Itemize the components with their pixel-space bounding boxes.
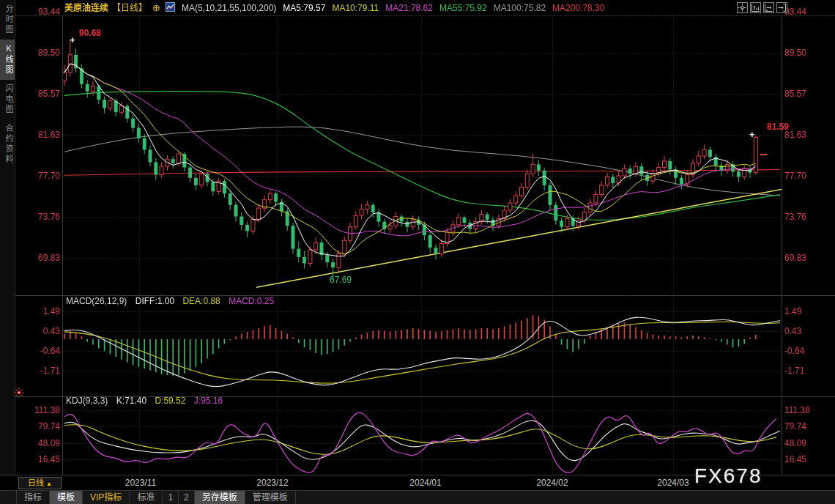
macd-dea-value: DEA:0.88 [182,296,220,306]
tab-templates[interactable]: 模板 [50,491,83,504]
tab-slot-1[interactable]: 1 [163,491,179,504]
ma10-value: MA10:79.11 [332,2,379,14]
axis-price-label: 89.50 [18,48,60,57]
axis-price-label: 69.83 [784,253,831,262]
axis-price-label: -0.64 [784,346,831,355]
axis-price-label: -1.71 [784,366,831,375]
kdj-d-value: D:59.52 [155,396,185,406]
date-tick: 2024/02 [536,478,568,488]
axis-price-label: 16.45 [784,455,831,464]
tab-manage-templates[interactable]: 管理模板 [245,491,296,504]
axis-price-label: 48.09 [18,439,60,448]
ma-settings-label: MA(5,10,21,55,100,200) [182,2,276,14]
watermark-logo: FX678 [694,464,762,488]
axis-price-label: 16.45 [18,455,60,464]
axis-price-label: 0.43 [18,327,60,336]
add-indicator-icon[interactable]: ⊕ [152,2,160,14]
arrow-up-icon: ▲ [46,481,52,487]
macd-hist-value: MACD:0.25 [229,296,274,306]
period-selector[interactable]: 日线 ▲ [18,477,62,489]
axis-price-label: 93.44 [784,7,831,16]
axis-price-label: 48.09 [784,439,831,448]
high-cross-marker: + [70,34,75,45]
axis-price-label: 73.76 [18,212,60,221]
date-tick: 2023/12 [256,478,288,488]
axis-price-label: 77.70 [18,171,60,180]
axis-price-label: 93.44 [18,7,60,16]
kdj-k-value: K:71.40 [116,396,146,406]
tab-slot-2[interactable]: 2 [179,491,195,504]
sidebar-item-lightning-chart[interactable]: 闪电图 [0,80,15,119]
mini-chart-icon[interactable] [166,2,175,15]
axis-scale-up-icon[interactable] [750,2,761,13]
macd-header[interactable]: MACD(26,12,9) DIFF:1.00 DEA:0.88 MACD:0.… [66,296,280,306]
tab-vip-indicators[interactable]: VIP指标 [83,491,130,504]
axis-price-label: 111.38 [18,406,60,415]
axis-price-label: 1.49 [18,307,60,316]
axis-price-label: 81.63 [18,130,60,139]
axis-price-label: 111.38 [784,406,831,415]
chart-tool-icons [737,2,787,13]
axis-price-label: 73.76 [784,212,831,221]
last-cross-marker: + [749,129,755,140]
period-tag[interactable]: 【日线】 [112,2,147,14]
bottom-toolbar: 指标 模板 VIP指标 标准 1 2 另存模板 管理模板 [0,490,835,504]
axis-price-label: 89.50 [784,48,831,57]
candlestick-chart-canvas[interactable] [0,0,835,504]
axis-price-label: 0.43 [784,327,831,336]
axis-price-label: 77.70 [784,171,831,180]
axis-price-label: 79.74 [18,422,60,431]
ma5-value: MA5:79.57 [283,2,325,14]
axis-price-label: 1.49 [784,307,831,316]
date-tick: 2024/03 [657,478,689,488]
axis-price-label: 85.57 [784,89,831,98]
kdj-j-value: J:95.16 [194,396,223,406]
axis-price-label: 81.63 [784,130,831,139]
alert-flash-icon [14,388,24,401]
sidebar-item-kline-chart[interactable]: K线图 [0,40,15,80]
chart-header: 美原油连续 【日线】 ⊕ MA(5,10,21,55,100,200) MA5:… [64,2,604,14]
tab-indicators[interactable]: 指标 [16,491,50,504]
detach-window-icon[interactable] [776,2,787,13]
axis-price-label: 69.83 [18,253,60,262]
axis-price-label: 85.57 [18,89,60,98]
macd-diff-value: DIFF:1.00 [136,296,174,306]
symbol-name: 美原油连续 [64,2,108,14]
last-price-label: 81.59 [767,122,789,132]
left-sidebar: 分时图 K线图 闪电图 合约资料 [0,0,15,475]
scroll-right-icon[interactable] [763,2,774,13]
date-tick: 2024/01 [409,478,441,488]
ma100-value: MA100:75.82 [494,2,546,14]
kdj-name: KDJ(9,3,3) [66,396,108,406]
ma200-value: MA200:78.30 [552,2,604,14]
charting-app-window: 分时图 K线图 闪电图 合约资料 美原油连续 【日线】 ⊕ MA(5,10,21… [0,0,835,504]
crosshair-tool-icon[interactable] [737,2,748,13]
sidebar-item-timeshare-chart[interactable]: 分时图 [0,0,15,40]
low-price-label: 67.69 [330,275,352,285]
ma55-value: MA55:75.92 [439,2,487,14]
high-price-label: 90.68 [79,28,101,38]
axis-price-label: -0.64 [18,346,60,355]
kdj-header[interactable]: KDJ(9,3,3) K:71.40 D:59.52 J:95.16 [66,396,229,406]
macd-name: MACD(26,12,9) [66,296,127,306]
axis-price-label: 79.74 [784,422,831,431]
tab-save-template[interactable]: 另存模板 [195,491,245,504]
date-tick: 2023/11 [125,478,157,488]
tab-standard[interactable]: 标准 [130,491,163,504]
ma21-value: MA21:78.62 [385,2,433,14]
axis-price-label: -1.71 [18,366,60,375]
sidebar-item-contract-info[interactable]: 合约资料 [0,119,15,169]
